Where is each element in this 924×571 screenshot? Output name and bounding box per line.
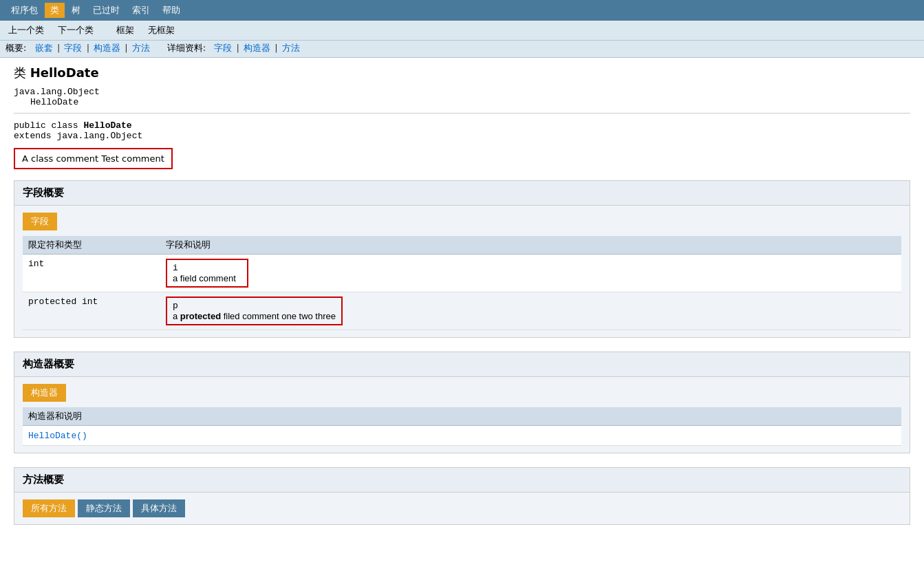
nav-package[interactable]: 程序包 — [6, 3, 43, 18]
col-field-header: 字段和说明 — [160, 236, 901, 255]
class-title: 类 HelloDate — [14, 65, 910, 81]
field-detail-1: i a field comment — [160, 255, 901, 292]
nav-deprecated[interactable]: 已过时 — [87, 3, 125, 18]
method-summary-section: 方法概要 所有方法 静态方法 具体方法 — [14, 467, 910, 525]
all-methods-button[interactable]: 所有方法 — [23, 499, 75, 517]
next-class-link[interactable]: 下一个类 — [55, 23, 96, 37]
constructor-summary-header: 构造器概要 — [14, 352, 910, 377]
constructor-summary-table: 构造器和说明 HelloDate() — [23, 407, 901, 446]
field-type-1: int — [23, 255, 160, 292]
method-link[interactable]: 方法 — [132, 43, 150, 53]
field-tab-button[interactable]: 字段 — [23, 213, 57, 230]
static-methods-button[interactable]: 静态方法 — [78, 499, 130, 517]
nested-link[interactable]: 嵌套 — [35, 43, 53, 53]
constructor-summary-section: 构造器概要 构造器 构造器和说明 HelloDate() — [14, 352, 910, 453]
detail-label: 详细资料: — [167, 43, 206, 53]
class-name: HelloDate — [30, 65, 99, 80]
field-summary-content: 字段 限定符和类型 字段和说明 int i a fi — [14, 206, 910, 337]
field-outlined-box-2: p a protected filed comment one two thre… — [166, 297, 343, 325]
nav-index[interactable]: 索引 — [127, 3, 155, 18]
detail-field-link[interactable]: 字段 — [214, 43, 232, 53]
method-btn-row: 所有方法 静态方法 具体方法 — [23, 499, 901, 517]
nav-class[interactable]: 类 — [45, 3, 65, 18]
col-type-header: 限定符和类型 — [23, 236, 160, 255]
constructor-tab-button[interactable]: 构造器 — [23, 384, 66, 402]
method-summary-header: 方法概要 — [14, 468, 910, 493]
class-comment-box: A class comment Test comment — [14, 148, 173, 169]
field-summary-section: 字段概要 字段 限定符和类型 字段和说明 int i — [14, 180, 910, 338]
second-nav: 上一个类 下一个类 框架 无框架 — [0, 21, 924, 41]
main-content: 类 HelloDate java.lang.Object HelloDate p… — [0, 58, 924, 546]
field-summary-table: 限定符和类型 字段和说明 int i a field comment — [23, 236, 901, 330]
detail-constr-link[interactable]: 构造器 — [244, 43, 270, 53]
nav-tree[interactable]: 树 — [66, 3, 86, 18]
field-summary-header: 字段概要 — [14, 181, 910, 206]
class-hierarchy: java.lang.Object HelloDate — [14, 87, 910, 107]
top-nav: 程序包 类 树 已过时 索引 帮助 — [0, 0, 924, 21]
constructor-link-cell: HelloDate() — [23, 426, 901, 446]
divider — [14, 113, 910, 114]
method-summary-content: 所有方法 静态方法 具体方法 — [14, 493, 910, 524]
constr-link[interactable]: 构造器 — [94, 43, 120, 53]
breadcrumb: 概要: 嵌套 | 字段 | 构造器 | 方法 详细资料: 字段 | 构造器 | … — [0, 41, 924, 58]
overview-label: 概要: — [6, 43, 26, 53]
field-detail-2: p a protected filed comment one two thre… — [160, 292, 901, 330]
constructor-link[interactable]: HelloDate() — [28, 431, 87, 441]
protected-field-desc: a protected filed comment one two three — [173, 311, 336, 321]
no-frame-link[interactable]: 无框架 — [145, 23, 178, 37]
field-outlined-box-1: i a field comment — [166, 259, 248, 288]
field-type-2: protected int — [23, 292, 160, 330]
frame-link[interactable]: 框架 — [114, 23, 137, 37]
nav-help[interactable]: 帮助 — [157, 3, 186, 18]
detail-method-link[interactable]: 方法 — [282, 43, 300, 53]
breadcrumb-sep — [30, 43, 32, 53]
concrete-methods-button[interactable]: 具体方法 — [133, 499, 185, 517]
table-row: int i a field comment — [23, 255, 901, 292]
table-row: protected int p a protected filed commen… — [23, 292, 901, 330]
constr-col-header: 构造器和说明 — [23, 407, 901, 426]
table-row: HelloDate() — [23, 426, 901, 446]
class-declaration: public class HelloDate extends java.lang… — [14, 120, 910, 141]
prev-class-link[interactable]: 上一个类 — [6, 23, 47, 37]
constructor-summary-content: 构造器 构造器和说明 HelloDate() — [14, 377, 910, 453]
field-link[interactable]: 字段 — [64, 43, 82, 53]
